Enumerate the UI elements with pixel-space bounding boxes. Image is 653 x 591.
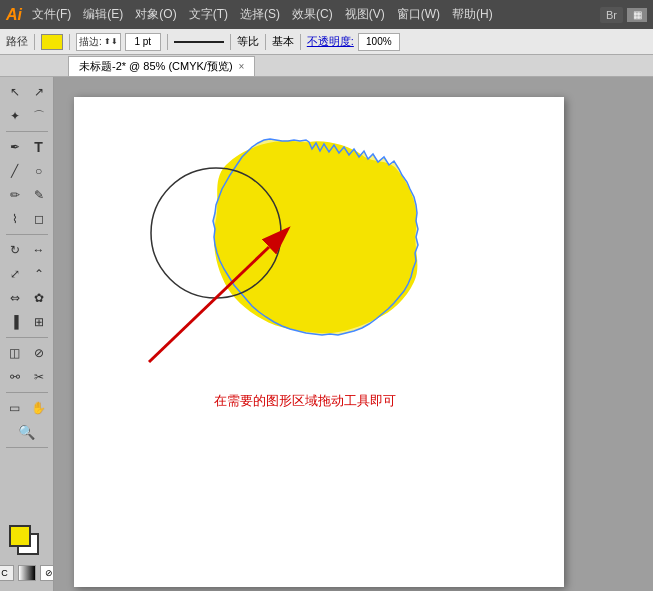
magic-lasso-tools: ✦ ⌒ (4, 105, 50, 127)
menu-effect[interactable]: 效果(C) (292, 6, 333, 23)
tab-document[interactable]: 未标题-2* @ 85% (CMYK/预览) × (68, 56, 255, 76)
svg-line-2 (149, 247, 269, 362)
ratio-label: 等比 (237, 34, 259, 49)
stroke-dropdown[interactable]: 描边: ⬆⬇ (76, 33, 121, 51)
artboard-tool[interactable]: ▭ (4, 397, 26, 419)
direct-select-tool[interactable]: ↗ (28, 81, 50, 103)
sep3 (167, 34, 168, 50)
menu-edit[interactable]: 编辑(E) (83, 6, 123, 23)
stroke-arrows: ⬆⬇ (104, 37, 118, 46)
sep5 (265, 34, 266, 50)
sep-1 (6, 131, 48, 132)
breadcrumb: 路径 (6, 34, 28, 49)
opacity-label: 不透明度: (307, 34, 354, 49)
sep-4 (6, 392, 48, 393)
text-tool[interactable]: T (28, 136, 50, 158)
sep-5 (6, 447, 48, 448)
gradient-mode-icon[interactable] (18, 565, 36, 581)
gradient-tools: ◫ ⊘ (4, 342, 50, 364)
expand-icon[interactable]: ▦ (627, 8, 647, 22)
eraser-tool[interactable]: ◻ (28, 208, 50, 230)
menu-text[interactable]: 文字(T) (189, 6, 228, 23)
magic-wand-tool[interactable]: ✦ (4, 105, 26, 127)
line-preview (174, 41, 224, 43)
fill-color-swatch[interactable] (9, 525, 31, 547)
sep-3 (6, 337, 48, 338)
color-mode-icons: C ⊘ (0, 565, 54, 581)
menu-view[interactable]: 视图(V) (345, 6, 385, 23)
menu-bar: 文件(F) 编辑(E) 对象(O) 文字(T) 选择(S) 效果(C) 视图(V… (32, 6, 493, 23)
left-toolbar: ↖ ↗ ✦ ⌒ ✒ T ╱ ○ ✏ ✎ ⌇ ◻ ↻ ↔ ⤢ (0, 77, 54, 591)
eyedropper-tool[interactable]: ⊘ (28, 342, 50, 364)
blob-brush-tool[interactable]: ⌇ (4, 208, 26, 230)
scale-tools: ⤢ ⌃ (4, 263, 50, 285)
blend-tool[interactable]: ⚯ (4, 366, 26, 388)
pen-tools: ✒ T (4, 136, 50, 158)
sep4 (230, 34, 231, 50)
app-logo: Ai (6, 6, 22, 24)
width-tool[interactable]: ⇔ (4, 287, 26, 309)
red-arrow-svg (129, 207, 309, 382)
pencil-tool[interactable]: ✎ (28, 184, 50, 206)
mesh-tool[interactable]: ⊞ (28, 311, 50, 333)
line-tool[interactable]: ╱ (4, 160, 26, 182)
menu-window[interactable]: 窗口(W) (397, 6, 440, 23)
tab-label: 未标题-2* @ 85% (CMYK/预览) (79, 59, 233, 74)
select-tools: ↖ ↗ (4, 81, 50, 103)
reflect-tool[interactable]: ↔ (28, 239, 50, 261)
stroke-label: 描边: (79, 35, 102, 49)
tab-bar: 未标题-2* @ 85% (CMYK/预览) × (0, 55, 653, 77)
tab-close-button[interactable]: × (239, 61, 245, 72)
sep-2 (6, 234, 48, 235)
graph-tools: ▐ ⊞ (4, 311, 50, 333)
annotation-text: 在需要的图形区域拖动工具即可 (214, 392, 396, 410)
menu-select[interactable]: 选择(S) (240, 6, 280, 23)
fill-swatch[interactable] (41, 34, 63, 50)
none-mode-icon[interactable]: ⊘ (40, 565, 55, 581)
pen-tool[interactable]: ✒ (4, 136, 26, 158)
sep2 (69, 34, 70, 50)
base-label: 基本 (272, 34, 294, 49)
rotate-tool[interactable]: ↻ (4, 239, 26, 261)
color-swatches[interactable] (9, 525, 45, 561)
width-tools: ⇔ ✿ (4, 287, 50, 309)
title-bar: Ai 文件(F) 编辑(E) 对象(O) 文字(T) 选择(S) 效果(C) 视… (0, 0, 653, 29)
color-mode-icon[interactable]: C (0, 565, 14, 581)
column-graph-tool[interactable]: ▐ (4, 311, 26, 333)
menu-file[interactable]: 文件(F) (32, 6, 71, 23)
blob-eraser-tools: ⌇ ◻ (4, 208, 50, 230)
menu-object[interactable]: 对象(O) (135, 6, 176, 23)
line-tools: ╱ ○ (4, 160, 50, 182)
hand-tool[interactable]: ✋ (28, 397, 50, 419)
ellipse-tool[interactable]: ○ (28, 160, 50, 182)
brush-tool[interactable]: ✏ (4, 184, 26, 206)
sep6 (300, 34, 301, 50)
options-bar: 路径 描边: ⬆⬇ 等比 基本 不透明度: (0, 29, 653, 55)
stroke-value-input[interactable] (125, 33, 161, 51)
brush-tools: ✏ ✎ (4, 184, 50, 206)
scale-tool[interactable]: ⤢ (4, 263, 26, 285)
scissors-tool[interactable]: ✂ (28, 366, 50, 388)
canvas-paper: 在需要的图形区域拖动工具即可 (74, 97, 564, 587)
color-swatch-area: C ⊘ (0, 525, 54, 587)
main-area: ↖ ↗ ✦ ⌒ ✒ T ╱ ○ ✏ ✎ ⌇ ◻ ↻ ↔ ⤢ (0, 77, 653, 591)
symbol-sprayer-tool[interactable]: ✿ (28, 287, 50, 309)
rotate-tools: ↻ ↔ (4, 239, 50, 261)
lasso-tool[interactable]: ⌒ (28, 105, 50, 127)
gradient-tool[interactable]: ◫ (4, 342, 26, 364)
select-tool[interactable]: ↖ (4, 81, 26, 103)
sep1 (34, 34, 35, 50)
warp-tool[interactable]: ⌃ (28, 263, 50, 285)
blend-tools: ⚯ ✂ (4, 366, 50, 388)
canvas-area[interactable]: 在需要的图形区域拖动工具即可 (54, 77, 653, 591)
opacity-input[interactable] (358, 33, 400, 51)
zoom-tool[interactable]: 🔍 (4, 421, 50, 443)
menu-help[interactable]: 帮助(H) (452, 6, 493, 23)
artboard-tools: ▭ ✋ (4, 397, 50, 419)
br-badge: Br (600, 7, 623, 23)
